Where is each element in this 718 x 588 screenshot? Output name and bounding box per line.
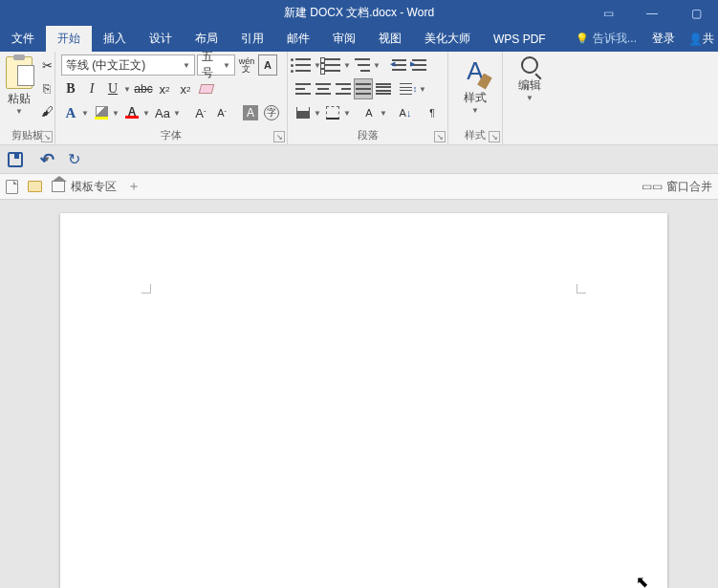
- text-direction-button[interactable]: A: [359, 102, 379, 123]
- multilevel-dropdown[interactable]: ▼: [372, 61, 381, 70]
- phonetic-guide-button[interactable]: wén文: [237, 54, 256, 76]
- tab-file[interactable]: 文件: [0, 26, 46, 52]
- highlight-dropdown[interactable]: ▼: [111, 109, 120, 118]
- ribbon-display-options[interactable]: ▭: [586, 0, 630, 26]
- new-tab-button[interactable]: ＋: [126, 179, 141, 194]
- tell-me-search[interactable]: 💡告诉我...: [570, 26, 642, 52]
- font-name-combo[interactable]: 等线 (中文正文)▼: [61, 54, 195, 76]
- text-effects-button[interactable]: A: [61, 102, 80, 123]
- borders-dropdown[interactable]: ▼: [342, 109, 352, 118]
- bold-button[interactable]: B: [61, 78, 80, 99]
- group-clipboard: 粘贴 ▼ ✂ ⎘ 🖌 剪贴板 ↘: [0, 52, 55, 144]
- align-distributed-button[interactable]: [374, 78, 393, 99]
- strikethrough-button[interactable]: abc: [134, 78, 153, 99]
- tab-beautify[interactable]: 美化大师: [413, 26, 482, 52]
- bucket-icon: [296, 107, 310, 119]
- paste-dropdown[interactable]: ▼: [15, 107, 23, 116]
- borders-button[interactable]: [323, 102, 342, 123]
- character-border-button[interactable]: A: [258, 54, 277, 76]
- align-center-button[interactable]: [314, 78, 333, 99]
- align-left-button[interactable]: [294, 78, 313, 99]
- page[interactable]: [60, 213, 667, 588]
- paste-button[interactable]: 粘贴: [8, 91, 31, 107]
- share-button[interactable]: 👤共: [685, 26, 718, 52]
- multilevel-icon: [355, 58, 370, 72]
- numbering-button[interactable]: [323, 54, 342, 76]
- underline-dropdown[interactable]: ▼: [122, 85, 132, 94]
- align-center-icon: [315, 83, 331, 95]
- styles-launcher[interactable]: ↘: [489, 131, 500, 142]
- line-spacing-dropdown[interactable]: ▼: [418, 85, 427, 94]
- character-shading-button[interactable]: A: [241, 102, 260, 123]
- italic-button[interactable]: I: [82, 78, 101, 99]
- show-marks-button[interactable]: ¶: [423, 102, 442, 123]
- group-styles: A 样式 ▼ 样式 ↘: [448, 52, 503, 144]
- align-left-icon: [295, 83, 311, 95]
- save-button[interactable]: [8, 152, 23, 167]
- numbering-dropdown[interactable]: ▼: [342, 61, 352, 70]
- tab-insert[interactable]: 插入: [92, 26, 138, 52]
- tab-layout[interactable]: 布局: [184, 26, 229, 52]
- window-merge-button[interactable]: ▭▭ 窗口合并: [642, 179, 712, 195]
- decrease-indent-button[interactable]: [389, 54, 408, 76]
- format-painter-button[interactable]: 🖌: [38, 102, 55, 120]
- clear-formatting-button[interactable]: [197, 78, 216, 99]
- document-canvas[interactable]: ⬉: [0, 200, 718, 588]
- increase-indent-button[interactable]: [409, 54, 428, 76]
- share-icon: 👤: [688, 33, 703, 46]
- styles-icon: A: [467, 56, 483, 86]
- font-color-button[interactable]: A: [122, 102, 141, 123]
- multilevel-list-button[interactable]: [353, 54, 372, 76]
- tab-mailings[interactable]: 邮件: [275, 26, 321, 52]
- tab-design[interactable]: 设计: [138, 26, 184, 52]
- enclose-characters-button[interactable]: 字: [262, 102, 281, 123]
- maximize-button[interactable]: ▢: [674, 0, 718, 26]
- highlight-button[interactable]: [92, 102, 111, 123]
- copy-button[interactable]: ⎘: [38, 79, 55, 97]
- redo-button[interactable]: ↻: [68, 150, 80, 168]
- paste-icon[interactable]: [6, 56, 33, 89]
- align-right-button[interactable]: [334, 78, 353, 99]
- document-tabs-bar: 模板专区 ＋ ▭▭ 窗口合并: [0, 174, 718, 200]
- tab-review[interactable]: 审阅: [321, 26, 367, 52]
- editing-button[interactable]: 编辑 ▼: [509, 54, 551, 102]
- styles-dropdown[interactable]: ▼: [471, 106, 479, 115]
- align-justify-button[interactable]: [354, 78, 373, 99]
- search-icon: [521, 56, 538, 74]
- template-zone-tab[interactable]: 模板专区: [52, 179, 117, 195]
- new-blank-icon[interactable]: [6, 180, 18, 194]
- change-case-dropdown[interactable]: ▼: [172, 109, 182, 118]
- tab-home[interactable]: 开始: [46, 26, 92, 52]
- grow-font-button[interactable]: Aˆ: [191, 102, 210, 123]
- login-button[interactable]: 登录: [642, 26, 685, 52]
- text-direction-dropdown[interactable]: ▼: [379, 109, 388, 118]
- editing-dropdown[interactable]: ▼: [526, 94, 533, 102]
- clipboard-launcher[interactable]: ↘: [41, 131, 53, 142]
- bullets-button[interactable]: [294, 54, 313, 76]
- shading-button[interactable]: [294, 102, 313, 123]
- shrink-font-button[interactable]: Aˇ: [212, 102, 231, 123]
- tab-view[interactable]: 视图: [367, 26, 413, 52]
- minimize-button[interactable]: —: [630, 0, 674, 26]
- tab-references[interactable]: 引用: [229, 26, 275, 52]
- text-effects-dropdown[interactable]: ▼: [80, 109, 90, 118]
- open-folder-icon[interactable]: [28, 181, 42, 192]
- font-color-dropdown[interactable]: ▼: [141, 109, 151, 118]
- undo-dropdown[interactable]: ▼: [43, 155, 51, 163]
- font-size-combo[interactable]: 五号▼: [197, 54, 235, 76]
- subscript-button[interactable]: x2: [155, 78, 174, 99]
- shading-dropdown[interactable]: ▼: [313, 109, 322, 118]
- line-spacing-button[interactable]: ↕: [399, 78, 418, 99]
- cut-button[interactable]: ✂: [38, 56, 55, 74]
- align-dist-icon: [376, 83, 391, 95]
- group-editing: 编辑 ▼: [503, 52, 556, 144]
- font-launcher[interactable]: ↘: [273, 131, 285, 142]
- paragraph-launcher[interactable]: ↘: [434, 131, 446, 142]
- superscript-button[interactable]: x2: [176, 78, 195, 99]
- underline-button[interactable]: U: [103, 78, 122, 99]
- tab-wpspdf[interactable]: WPS PDF: [482, 26, 557, 52]
- home-icon: [52, 181, 65, 192]
- styles-button[interactable]: A 样式 ▼: [454, 54, 496, 115]
- change-case-button[interactable]: Aa: [153, 102, 172, 123]
- sort-button[interactable]: A↓: [396, 102, 415, 123]
